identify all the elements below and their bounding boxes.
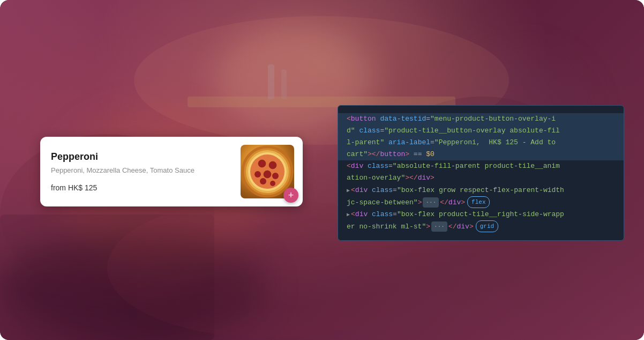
code-line-4: cart"></button> == $0 bbox=[338, 149, 624, 160]
triangle-icon-2: ▶ bbox=[347, 210, 350, 219]
code-line-5: <div class="absolute-fill-parent product… bbox=[347, 160, 615, 172]
add-to-cart-button[interactable]: + bbox=[283, 188, 298, 203]
background-container: Pepperoni Pepperoni, Mozzarella Cheese, … bbox=[0, 0, 644, 340]
product-info: Pepperoni Pepperoni, Mozzarella Cheese, … bbox=[51, 151, 234, 191]
svg-rect-7 bbox=[281, 70, 287, 99]
svg-point-18 bbox=[272, 173, 279, 179]
triangle-icon-1: ▶ bbox=[347, 186, 350, 195]
code-line-3: l-parent" aria-label="Pepperoni, HK$ 125… bbox=[338, 137, 624, 149]
ellipsis-2: ··· bbox=[431, 221, 447, 232]
code-line-9: ▶<div class="box-flex product-tile__righ… bbox=[347, 209, 615, 220]
code-line-1: <button data-testid="menu-product-button… bbox=[338, 113, 624, 125]
code-line-8: jc-space-between">···</div>flex bbox=[347, 196, 615, 209]
svg-point-20 bbox=[270, 181, 275, 186]
svg-rect-6 bbox=[268, 64, 274, 99]
grid-badge: grid bbox=[476, 220, 498, 233]
product-price: from HK$ 125 bbox=[51, 183, 234, 192]
code-line-2: d" class="product-tile__button-overlay a… bbox=[338, 125, 624, 137]
product-name: Pepperoni bbox=[51, 151, 234, 162]
product-description: Pepperoni, Mozzarella Cheese, Tomato Sau… bbox=[51, 166, 234, 175]
svg-point-19 bbox=[260, 178, 266, 184]
to-text: to bbox=[548, 138, 556, 146]
code-panel: <button data-testid="menu-product-button… bbox=[338, 105, 624, 241]
product-card: Pepperoni Pepperoni, Mozzarella Cheese, … bbox=[40, 137, 303, 206]
code-line-6: ation-overlay"></div> bbox=[347, 172, 615, 184]
code-line-7: ▶<div class="box-flex grow respect-flex-… bbox=[347, 184, 615, 196]
tag-bracket: < bbox=[347, 115, 351, 123]
tag-name: button bbox=[351, 115, 376, 123]
attr-value: "menu-product-button-overlay-i bbox=[430, 115, 556, 123]
code-line-10: er no-shrink ml-st">···</div>grid bbox=[347, 220, 615, 233]
flex-badge: flex bbox=[467, 196, 490, 209]
ellipsis-1: ··· bbox=[423, 197, 439, 208]
product-image-wrapper: + bbox=[241, 145, 294, 198]
attr-name: data-testid bbox=[376, 115, 426, 123]
svg-point-17 bbox=[254, 171, 261, 178]
